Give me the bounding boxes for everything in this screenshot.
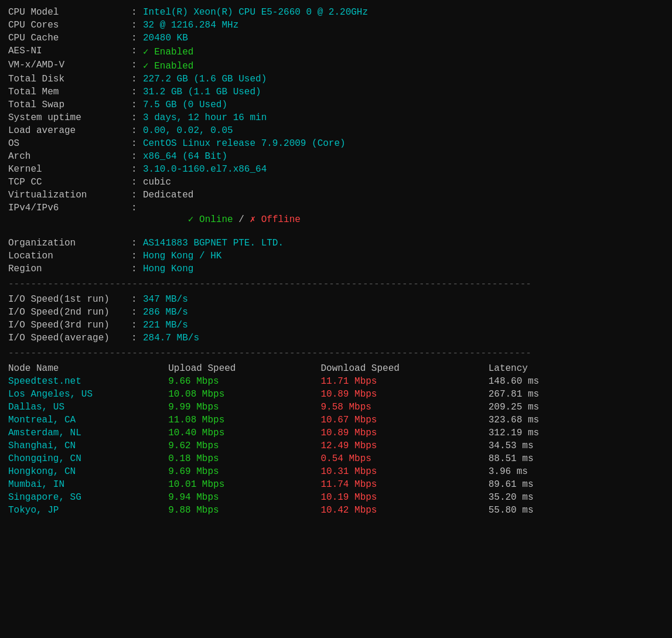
speed-latency: 323.68 ms	[489, 414, 664, 427]
vm-label: VM-x/AMD-V	[8, 59, 131, 73]
speed-latency: 88.51 ms	[489, 452, 664, 465]
virt-label: Virtualization	[8, 189, 131, 202]
speed-latency: 34.53 ms	[489, 439, 664, 452]
aes-ni-row: AES-NI : ✓ Enabled	[8, 45, 664, 59]
speed-latency: 35.20 ms	[489, 491, 664, 504]
speed-upload: 9.66 Mbps	[168, 375, 320, 388]
io-run2-label: I/O Speed(2nd run)	[8, 306, 131, 319]
load-value: 0.00, 0.02, 0.05	[143, 124, 664, 137]
total-disk-row: Total Disk : 227.2 GB (1.6 GB Used)	[8, 73, 664, 86]
speed-latency: 55.80 ms	[489, 504, 664, 517]
speed-row: Mumbai, IN10.01 Mbps11.74 Mbps89.61 ms	[8, 478, 664, 491]
vm-value: ✓ Enabled	[143, 59, 664, 73]
speed-latency: 267.81 ms	[489, 388, 664, 401]
speed-row: Tokyo, JP9.88 Mbps10.42 Mbps55.80 ms	[8, 504, 664, 517]
header-download: Download Speed	[320, 362, 488, 375]
io-avg-value: 284.7 MB/s	[143, 332, 664, 344]
speed-download: 12.49 Mbps	[320, 439, 488, 452]
ipv-online: ✓ Online	[188, 214, 233, 225]
speed-row: Speedtest.net9.66 Mbps11.71 Mbps148.60 m…	[8, 375, 664, 388]
speed-row: Singapore, SG9.94 Mbps10.19 Mbps35.20 ms	[8, 491, 664, 504]
speed-upload: 10.40 Mbps	[168, 427, 320, 439]
cpu-cache-label: CPU Cache	[8, 32, 131, 45]
header-latency: Latency	[489, 362, 664, 375]
speed-node: Singapore, SG	[8, 491, 168, 504]
io-run1-value: 347 MB/s	[143, 293, 664, 306]
ipv-label: IPv4/IPv6	[8, 202, 131, 237]
cpu-model-row: CPU Model : Intel(R) Xeon(R) CPU E5-2660…	[8, 6, 664, 19]
speed-latency: 209.25 ms	[489, 401, 664, 414]
speed-header-row: Node Name Upload Speed Download Speed La…	[8, 362, 664, 375]
location-label: Location	[8, 250, 131, 262]
location-row: Location : Hong Kong / HK	[8, 250, 664, 262]
speed-node: Mumbai, IN	[8, 478, 168, 491]
speed-upload: 11.08 Mbps	[168, 414, 320, 427]
speed-download: 0.54 Mbps	[320, 452, 488, 465]
io-run2-value: 286 MB/s	[143, 306, 664, 319]
total-disk-label: Total Disk	[8, 73, 131, 86]
ipv-row: IPv4/IPv6 : ✓ Online / ✗ Offline	[8, 202, 664, 237]
tcp-cc-value: cubic	[143, 176, 664, 189]
header-node: Node Name	[8, 362, 168, 375]
speed-download: 10.19 Mbps	[320, 491, 488, 504]
speed-latency: 89.61 ms	[489, 478, 664, 491]
cpu-model-label: CPU Model	[8, 6, 131, 19]
arch-row: Arch : x86_64 (64 Bit)	[8, 150, 664, 163]
speed-node: Tokyo, JP	[8, 504, 168, 517]
total-swap-value: 7.5 GB (0 Used)	[143, 98, 664, 111]
total-disk-value: 227.2 GB (1.6 GB Used)	[143, 73, 664, 86]
os-label: OS	[8, 137, 131, 150]
cpu-cores-value: 32 @ 1216.284 MHz	[143, 19, 664, 32]
load-label: Load average	[8, 124, 131, 137]
speed-upload: 10.01 Mbps	[168, 478, 320, 491]
speed-node: Amsterdam, NL	[8, 427, 168, 439]
speed-download: 10.89 Mbps	[320, 427, 488, 439]
uptime-row: System uptime : 3 days, 12 hour 16 min	[8, 111, 664, 124]
speed-upload: 9.94 Mbps	[168, 491, 320, 504]
cpu-cache-row: CPU Cache : 20480 KB	[8, 32, 664, 45]
os-row: OS : CentOS Linux release 7.9.2009 (Core…	[8, 137, 664, 150]
org-label: Organization	[8, 237, 131, 250]
speed-upload: 9.88 Mbps	[168, 504, 320, 517]
speed-row: Los Angeles, US10.08 Mbps10.89 Mbps267.8…	[8, 388, 664, 401]
ipv-offline: ✗ Offline	[250, 214, 300, 225]
load-row: Load average : 0.00, 0.02, 0.05	[8, 124, 664, 137]
speed-latency: 148.60 ms	[489, 375, 664, 388]
divider-2: ----------------------------------------…	[8, 348, 664, 359]
location-value: Hong Kong / HK	[143, 250, 664, 262]
speed-download: 11.71 Mbps	[320, 375, 488, 388]
speed-download: 10.89 Mbps	[320, 388, 488, 401]
total-mem-label: Total Mem	[8, 86, 131, 98]
speed-upload: 9.69 Mbps	[168, 465, 320, 478]
speed-upload: 10.08 Mbps	[168, 388, 320, 401]
aes-ni-label: AES-NI	[8, 45, 131, 59]
region-value: Hong Kong	[143, 262, 664, 275]
divider-1: ----------------------------------------…	[8, 279, 664, 289]
io-run1-row: I/O Speed(1st run) : 347 MB/s	[8, 293, 664, 306]
uptime-value: 3 days, 12 hour 16 min	[143, 111, 664, 124]
region-label: Region	[8, 262, 131, 275]
cpu-model-value: Intel(R) Xeon(R) CPU E5-2660 0 @ 2.20GHz	[143, 6, 664, 19]
io-avg-label: I/O Speed(average)	[8, 332, 131, 344]
aes-ni-value: ✓ Enabled	[143, 45, 664, 59]
system-info-table: CPU Model : Intel(R) Xeon(R) CPU E5-2660…	[8, 6, 664, 275]
speed-node: Speedtest.net	[8, 375, 168, 388]
speed-node: Hongkong, CN	[8, 465, 168, 478]
io-run3-row: I/O Speed(3rd run) : 221 MB/s	[8, 319, 664, 332]
io-run3-label: I/O Speed(3rd run)	[8, 319, 131, 332]
org-row: Organization : AS141883 BGPNET PTE. LTD.	[8, 237, 664, 250]
speed-node: Shanghai, CN	[8, 439, 168, 452]
os-value: CentOS Linux release 7.9.2009 (Core)	[143, 137, 664, 150]
speed-node: Dallas, US	[8, 401, 168, 414]
speed-row: Montreal, CA11.08 Mbps10.67 Mbps323.68 m…	[8, 414, 664, 427]
ipv-value: ✓ Online / ✗ Offline	[143, 202, 664, 237]
cpu-cores-row: CPU Cores : 32 @ 1216.284 MHz	[8, 19, 664, 32]
speed-download: 10.31 Mbps	[320, 465, 488, 478]
speed-node: Chongqing, CN	[8, 452, 168, 465]
cpu-cores-label: CPU Cores	[8, 19, 131, 32]
speed-row: Hongkong, CN9.69 Mbps10.31 Mbps3.96 ms	[8, 465, 664, 478]
speed-test-table: Node Name Upload Speed Download Speed La…	[8, 362, 664, 517]
tcp-cc-row: TCP CC : cubic	[8, 176, 664, 189]
speed-latency: 312.19 ms	[489, 427, 664, 439]
vm-row: VM-x/AMD-V : ✓ Enabled	[8, 59, 664, 73]
